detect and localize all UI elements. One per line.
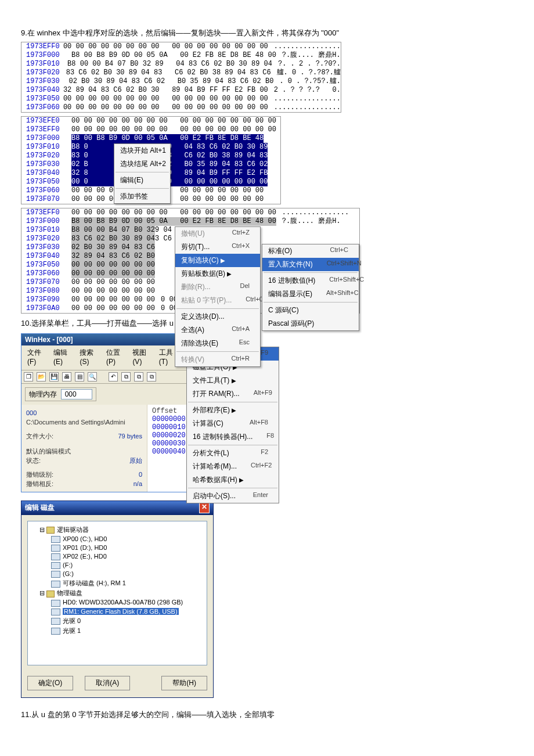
ctx-item[interactable]: 选块结尾 Alt+2: [114, 157, 170, 171]
drive-tree[interactable]: ⊟ 逻辑驱动器 XP00 (C:), HD0XP01 (D:), HD0XP02…: [27, 521, 207, 665]
hex-bytes: 00 00 00 00 00 00 00: [71, 269, 155, 278]
tools-menu-item[interactable]: 分析文件(L)F2: [187, 447, 279, 460]
hex-offset: 1973F090: [21, 296, 71, 304]
copy-submenu[interactable]: 标准(O)Ctrl+C置入新文件(N)Ctrl+Shift+N16 进制数值(H…: [262, 244, 359, 331]
hex-offset: 1973F010: [21, 143, 71, 152]
hex-ascii: ?. . 2 . ?.?0?.: [272, 60, 341, 69]
hex-icon[interactable]: ⧉: [147, 372, 156, 381]
tools-menu-item[interactable]: 计算器(C)Alt+F8: [187, 417, 279, 430]
physical-value: 000: [61, 389, 92, 399]
tree-drive[interactable]: (G:): [31, 570, 203, 578]
hex-offset: 1973F010: [21, 226, 71, 235]
step-11-text: 11.从 u 盘的第 0 字节开始选择足够大的空间，编辑——填入选块，全部填零: [21, 710, 513, 720]
tree-drive[interactable]: XP02 (E:), HD0: [31, 552, 203, 561]
hex-bytes: 00 00 00 00 00 00 00 00 00 00 00 00 00 0…: [63, 95, 268, 103]
tools-menu-item[interactable]: 打开 RAM(R)...Alt+F9: [187, 387, 279, 401]
copy-submenu-item[interactable]: 编辑器显示(E)Alt+Shift+C: [262, 287, 359, 301]
tools-menu-item[interactable]: 文件工具(T) ▶: [187, 374, 279, 387]
help-button[interactable]: 帮助(H): [161, 676, 207, 690]
new-icon[interactable]: ❐: [24, 372, 33, 381]
hex-ascii: ................: [276, 208, 349, 217]
edit-menu-item[interactable]: 复制选块(C) ▶: [175, 254, 260, 267]
copy-icon[interactable]: ⧉: [121, 372, 131, 381]
paste-icon[interactable]: ⧉: [134, 372, 143, 381]
menu-item[interactable]: 视图(V): [129, 347, 153, 369]
tools-menu-item[interactable]: 哈希数据库(H) ▶: [187, 473, 279, 487]
find-icon[interactable]: 🔍: [88, 372, 97, 381]
tools-menu[interactable]: 打开磁盘(D)...F9磁盘工具(O) ▶文件工具(T) ▶打开 RAM(R).…: [186, 347, 279, 503]
menu-item[interactable]: 编辑(E): [50, 347, 74, 369]
hex-bytes-tail: 9 04: [155, 226, 172, 235]
cancel-button[interactable]: 取消(A): [85, 676, 130, 690]
context-menu-small[interactable]: 选块开始 Alt+1选块结尾 Alt+2编辑(E)添加书签: [114, 143, 171, 204]
hex-offset: 1973F060: [21, 103, 63, 112]
menu-item[interactable]: 文件(F): [24, 347, 48, 369]
hex-bytes: 00 00 00 00 00 00 00: [71, 278, 155, 287]
tools-menu-item[interactable]: 计算哈希(M)...Ctrl+F2: [187, 460, 279, 473]
copy-submenu-item[interactable]: 16 进制数值(H)Ctrl+Shift+C: [262, 274, 359, 287]
edit-menu-item[interactable]: 剪贴板数据(B) ▶: [175, 267, 260, 280]
hex-bytes: 00 00 00 00 00 00 00: [71, 296, 155, 304]
hex-offset: 1973F070: [21, 278, 71, 287]
menu-item[interactable]: 搜索(S): [76, 347, 100, 369]
close-icon[interactable]: ✕: [199, 503, 210, 513]
edit-menu-item[interactable]: 定义选块(D)...: [175, 310, 260, 323]
ok-button[interactable]: 确定(O): [27, 676, 73, 690]
hex-ascii: ................: [268, 103, 341, 112]
hex-offset: 1973F040: [21, 86, 63, 95]
tree-rm1[interactable]: RM1: Generic Flash Disk (7.8 GB, USB): [31, 607, 203, 616]
edit-menu-item[interactable]: 清除选块(E)Esc: [175, 337, 260, 350]
tree-hd0[interactable]: HD0: WDWD3200AAJS-00A7B0 (298 GB): [31, 598, 203, 607]
tree-drive[interactable]: XP00 (C:), HD0: [31, 535, 203, 543]
info-filename: 000: [26, 408, 142, 417]
step-9-text: 9.在 winhex 中选中程序对应的选块，然后编辑——复制选块——置入新文件，…: [21, 28, 513, 38]
edit-menu-item[interactable]: 剪切(T)...Ctrl+X: [175, 240, 260, 254]
edit-menu-item[interactable]: 删除(R)...Del: [175, 280, 260, 294]
tree-cd1[interactable]: 光驱 1: [31, 626, 203, 636]
open-icon[interactable]: 📂: [37, 372, 46, 381]
hex-offset: 1973F030: [21, 243, 71, 252]
tree-drive[interactable]: 可移动磁盘 (H:), RM 1: [31, 578, 203, 588]
tools-menu-item[interactable]: 16 进制转换器(H)...F8: [187, 430, 279, 444]
edit-menu-item[interactable]: 粘贴 0 字节(P)...Ctrl+0: [175, 294, 260, 307]
tools-menu-item[interactable]: 启动中心(S)...Enter: [187, 489, 279, 503]
hex-ascii: [155, 243, 161, 252]
hex-offset: 1973F070: [21, 195, 71, 204]
print-icon[interactable]: 🖶: [62, 372, 71, 381]
hex-offset: 1973F050: [21, 261, 71, 269]
ctx-item[interactable]: 添加书签: [114, 190, 170, 203]
tree-cd0[interactable]: 光驱 0: [31, 616, 203, 626]
undo-icon[interactable]: ↶: [109, 372, 118, 381]
hex-bytes: B8 00 00 B4 07 B0 32: [71, 226, 155, 235]
tree-physical[interactable]: ⊟ 物理磁盘: [31, 588, 203, 598]
edit-menu[interactable]: 撤销(U)Ctrl+Z剪切(T)...Ctrl+X复制选块(C) ▶剪贴板数据(…: [175, 226, 261, 367]
hex-ascii: ................: [268, 95, 341, 103]
props-icon[interactable]: ▤: [75, 372, 84, 381]
hex-bytes: 00 00 00 00 00 00 00 00 00 00 00 00 00 0…: [63, 42, 268, 51]
hex-bytes: 83 C6 02 B0 30 89 04 83 C6 02 B0 38 89 0…: [66, 69, 271, 77]
hex-bytes: 00 00 00 00 00 00 00 00 00 00 00 00 00 0…: [63, 103, 268, 112]
menu-item[interactable]: 位置(P): [103, 347, 127, 369]
hex-bytes: 02 B0 30 89 04 83 C6: [71, 243, 155, 252]
hex-bytes: B8 00 B8 B9 0D 00 05 0A 00 E2 FB 8E D8 B…: [71, 217, 276, 226]
hex-offset: 1973F080: [21, 287, 71, 296]
tree-logical[interactable]: ⊟ 逻辑驱动器: [31, 525, 203, 535]
edit-menu-item[interactable]: 全选(A)Ctrl+A: [175, 323, 260, 337]
tools-menu-item[interactable]: 外部程序(E) ▶: [187, 404, 279, 417]
copy-submenu-item[interactable]: 标准(O)Ctrl+C: [262, 244, 359, 258]
info-undor-value: n/a: [134, 479, 142, 488]
copy-submenu-item[interactable]: 置入新文件(N)Ctrl+Shift+N: [262, 258, 359, 271]
hex-offset: 1973EFF0: [21, 42, 63, 51]
copy-submenu-item[interactable]: C 源码(C): [262, 304, 359, 317]
edit-menu-item[interactable]: 转换(V)Ctrl+R: [175, 353, 260, 366]
ctx-item[interactable]: 编辑(E): [114, 174, 170, 187]
tree-drive[interactable]: XP01 (D:), HD0: [31, 543, 203, 552]
hex-ascii: [155, 287, 161, 296]
edit-menu-item[interactable]: 撤销(U)Ctrl+Z: [175, 227, 260, 240]
info-state-value: 原始: [129, 456, 142, 465]
tree-drive[interactable]: (F:): [31, 561, 203, 570]
ctx-item[interactable]: 选块开始 Alt+1: [114, 144, 170, 157]
hex-offset: 1973F050: [21, 178, 71, 186]
copy-submenu-item[interactable]: Pascal 源码(P): [262, 317, 359, 330]
save-icon[interactable]: 💾: [49, 372, 59, 381]
